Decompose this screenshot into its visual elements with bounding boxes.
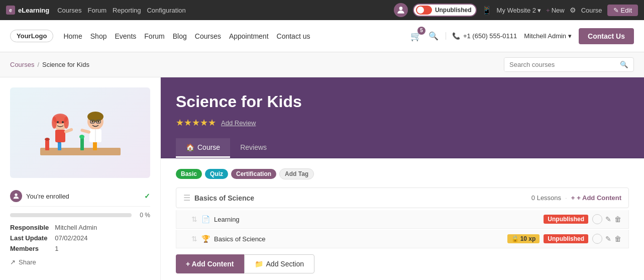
add-section-button[interactable]: 📁 Add Section bbox=[244, 254, 315, 273]
lesson-drag-icon-1[interactable]: ⇅ bbox=[191, 215, 197, 223]
nav-appointment[interactable]: Appointment bbox=[229, 32, 269, 40]
tag-certification[interactable]: Certification bbox=[231, 169, 276, 179]
search-input[interactable] bbox=[504, 58, 615, 71]
course-main: Science for Kids ★★★★★ Add Review 🏠 Cour… bbox=[161, 77, 644, 280]
user-admin[interactable]: Mitchell Admin ▾ bbox=[524, 32, 572, 40]
add-content-inline-button[interactable]: + + Add Content bbox=[571, 194, 621, 202]
course-sidebar: You're enrolled ✓ 0 % Responsible Mitche… bbox=[0, 77, 161, 280]
nav-blog[interactable]: Blog bbox=[173, 32, 187, 40]
admin-brand: e eLearning bbox=[6, 6, 49, 15]
lesson-row: ⇅ 📄 Learning Unpublished ✎ 🗑 bbox=[176, 210, 629, 229]
svg-point-14 bbox=[57, 121, 59, 123]
last-update-label: Last Update bbox=[10, 234, 49, 242]
enrolled-row: You're enrolled ✓ bbox=[10, 186, 150, 207]
admin-nav-reporting[interactable]: Reporting bbox=[113, 7, 141, 14]
drag-handle-icon[interactable]: ☰ bbox=[183, 193, 190, 203]
tab-reviews[interactable]: Reviews bbox=[230, 138, 277, 158]
tab-course[interactable]: 🏠 Course bbox=[176, 138, 230, 158]
lessons-count: 0 Lessons bbox=[531, 194, 561, 202]
search-button[interactable]: 🔍 bbox=[615, 58, 633, 71]
bottom-actions: + Add Content 📁 Add Section bbox=[176, 254, 629, 273]
cart-icon[interactable]: 🛒 5 bbox=[410, 31, 421, 42]
contact-us-button[interactable]: Contact Us bbox=[579, 28, 634, 44]
search-icon[interactable]: 🔍 bbox=[428, 31, 439, 41]
breadcrumb-current: Science for Kids bbox=[42, 61, 89, 68]
plus-icon: + bbox=[571, 194, 575, 202]
lesson-left-2: ⇅ 🏆 Basics of Science bbox=[191, 235, 266, 243]
breadcrumb: Courses / Science for Kids bbox=[10, 61, 89, 68]
lesson-row: ⇅ 🏆 Basics of Science 🔒 10 xp Unpublishe… bbox=[176, 230, 629, 248]
admin-bar-left: e eLearning Courses Forum Reporting Conf… bbox=[6, 6, 386, 15]
course-meta: Responsible Mitchell Admin Last Update 0… bbox=[10, 224, 150, 252]
svg-point-13 bbox=[64, 117, 69, 129]
edit-button[interactable]: ✎ ✎ Edit Edit bbox=[607, 5, 638, 16]
svg-point-0 bbox=[399, 7, 403, 10]
add-review-link[interactable]: Add Review bbox=[221, 119, 256, 127]
lesson-delete-icon-2[interactable]: 🗑 bbox=[614, 235, 621, 243]
lesson-drag-icon-2[interactable]: ⇅ bbox=[191, 235, 197, 243]
nav-shop[interactable]: Shop bbox=[90, 32, 107, 40]
website-header: YourLogo Home Shop Events Forum Blog Cou… bbox=[0, 20, 644, 52]
svg-rect-4 bbox=[58, 143, 61, 150]
enrolled-text: You're enrolled bbox=[26, 193, 69, 200]
share-button[interactable]: ↗ Share bbox=[10, 258, 36, 266]
breadcrumb-parent[interactable]: Courses bbox=[10, 61, 34, 68]
svg-point-19 bbox=[87, 112, 103, 122]
lesson-delete-icon-1[interactable]: 🗑 bbox=[614, 215, 621, 223]
xp-lock-icon: 🔒 bbox=[511, 235, 519, 242]
tag-basic[interactable]: Basic bbox=[176, 169, 202, 179]
folder-icon: 📁 bbox=[255, 260, 263, 268]
members-value: 1 bbox=[55, 245, 150, 252]
lesson-xp-badge: 🔒 10 xp bbox=[507, 234, 540, 243]
lesson-status-badge-1: Unpublished bbox=[544, 215, 588, 224]
section-row: ☰ Basics of Science 0 Lessons · + + Add … bbox=[176, 188, 629, 208]
nav-forum[interactable]: Forum bbox=[144, 32, 164, 40]
svg-point-15 bbox=[62, 121, 64, 123]
nav-courses[interactable]: Courses bbox=[195, 32, 221, 40]
my-website-button[interactable]: My Website 2 ▾ bbox=[497, 7, 542, 14]
course-button[interactable]: Course bbox=[581, 7, 602, 14]
lesson-publish-toggle-1[interactable] bbox=[592, 214, 602, 224]
responsible-label: Responsible bbox=[10, 224, 49, 231]
nav-events[interactable]: Events bbox=[115, 32, 136, 40]
svg-rect-27 bbox=[80, 128, 90, 134]
svg-point-3 bbox=[45, 138, 50, 141]
admin-bar: e eLearning Courses Forum Reporting Conf… bbox=[0, 0, 644, 20]
lesson-edit-icon-1[interactable]: ✎ bbox=[605, 215, 611, 223]
tags-row: Basic Quiz Certification Add Tag bbox=[176, 168, 629, 179]
progress-bar: 0 % bbox=[10, 212, 150, 219]
search-courses-field[interactable]: 🔍 bbox=[504, 57, 634, 72]
new-button[interactable]: + New bbox=[546, 7, 565, 14]
toggle-switch-icon bbox=[416, 6, 432, 15]
lesson-right-1: Unpublished ✎ 🗑 bbox=[544, 214, 621, 224]
home-icon: 🏠 bbox=[186, 143, 194, 151]
header-icons: 🛒 5 🔍 📞 +1 (650) 555-0111 Mitchell Admin… bbox=[410, 28, 634, 44]
site-logo[interactable]: YourLogo bbox=[10, 30, 53, 42]
svg-rect-17 bbox=[63, 128, 73, 134]
add-tag-button[interactable]: Add Tag bbox=[279, 168, 314, 179]
add-content-button[interactable]: + Add Content bbox=[176, 254, 244, 273]
admin-nav-configuration[interactable]: Configuration bbox=[147, 7, 185, 14]
unpublished-label: Unpublished bbox=[435, 7, 472, 14]
lesson-publish-toggle-2[interactable] bbox=[592, 234, 602, 244]
lesson-edit-icon-2[interactable]: ✎ bbox=[605, 235, 611, 243]
progress-percent: 0 % bbox=[140, 212, 150, 219]
lesson-doc-icon: 📄 bbox=[201, 215, 210, 223]
course-image bbox=[10, 87, 150, 178]
phone-area: 📞 +1 (650) 555-0111 bbox=[446, 32, 517, 40]
admin-nav-courses[interactable]: Courses bbox=[57, 7, 81, 14]
nav-contact-us[interactable]: Contact us bbox=[277, 32, 310, 40]
section-left: ☰ Basics of Science bbox=[183, 193, 254, 203]
admin-nav-forum[interactable]: Forum bbox=[88, 7, 107, 14]
elearning-logo-icon: e bbox=[6, 6, 15, 15]
course-content-body: Basic Quiz Certification Add Tag ☰ Basic… bbox=[161, 158, 644, 280]
tag-quiz[interactable]: Quiz bbox=[205, 169, 228, 179]
nav-home[interactable]: Home bbox=[63, 32, 82, 40]
device-icon[interactable]: 📱 bbox=[482, 6, 492, 15]
lesson-status-badge-2: Unpublished bbox=[544, 234, 588, 243]
unpublished-toggle[interactable]: Unpublished bbox=[413, 4, 477, 17]
svg-rect-6 bbox=[80, 138, 84, 150]
gear-icon[interactable]: ⚙ bbox=[570, 6, 576, 14]
svg-point-23 bbox=[91, 121, 93, 123]
main-nav: Home Shop Events Forum Blog Courses Appo… bbox=[63, 32, 400, 40]
